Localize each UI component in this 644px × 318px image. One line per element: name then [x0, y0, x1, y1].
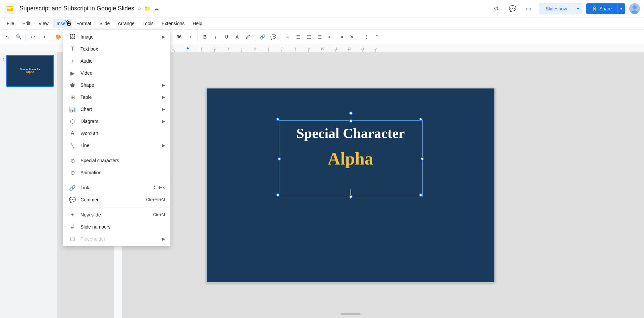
align-left-button[interactable]: ≡: [282, 32, 292, 42]
slide-thumbnail-1[interactable]: Special Character Alpha: [6, 55, 54, 87]
insert-menu-item-link[interactable]: 🔗LinkCtrl+K: [63, 182, 170, 194]
menu-bar: FileEditViewInsertFormatSlideArrangeTool…: [0, 17, 644, 29]
chat-button[interactable]: 💬: [506, 3, 519, 15]
italic-button[interactable]: I: [211, 32, 221, 42]
handle-top-left[interactable]: [276, 118, 279, 121]
toolbar-separator-8: [280, 33, 280, 41]
svg-text:4: 4: [241, 47, 243, 50]
number-list-button[interactable]: ☲: [315, 32, 325, 42]
line-label: Line: [80, 143, 162, 148]
menu-item-view[interactable]: View: [35, 19, 53, 28]
placeholder-label: Placeholder: [80, 236, 162, 242]
horizontal-scrollbar[interactable]: [340, 313, 361, 315]
insert-menu-item-image[interactable]: 🖼Image▶: [63, 31, 170, 43]
handle-bot-right[interactable]: [419, 193, 422, 197]
handle-top-right[interactable]: [419, 118, 422, 121]
paint-format-button[interactable]: 🎨: [53, 32, 63, 42]
insert-menu-item-slidenumbers[interactable]: #Slide numbers: [63, 221, 170, 233]
chart-icon: 📊: [68, 105, 76, 113]
slideshow-button[interactable]: Slideshow: [539, 3, 574, 14]
menu-item-arrange[interactable]: Arrange: [114, 19, 139, 28]
star-icon[interactable]: ☆: [137, 5, 142, 12]
insert-menu-item-diagram[interactable]: ⬡Diagram▶: [63, 115, 170, 127]
menu-item-insert[interactable]: Insert: [53, 19, 72, 28]
handle-bot-left[interactable]: [276, 193, 279, 197]
font-size-input[interactable]: [174, 34, 184, 39]
collapse-toolbar-button[interactable]: ⌃: [372, 32, 382, 42]
slide-preview-content: Special Character Alpha: [19, 67, 41, 75]
text-color-button[interactable]: A: [232, 32, 242, 42]
zoom-button[interactable]: 🔍: [13, 32, 23, 42]
comment-label: Comment: [80, 197, 146, 202]
svg-text:9: 9: [308, 47, 310, 50]
font-size-increase-button[interactable]: +: [185, 32, 196, 42]
toolbar-right: ↺ 💬 ▭ Slideshow ▾ 🔒 Share ▾: [490, 3, 640, 15]
menu-item-help[interactable]: Help: [189, 19, 206, 28]
cloud-icon[interactable]: ☁: [154, 5, 159, 12]
menu-divider-divider3: [63, 207, 170, 207]
menu-item-edit[interactable]: Edit: [18, 19, 35, 28]
menu-item-format[interactable]: Format: [72, 19, 95, 28]
clear-format-button[interactable]: ✕: [347, 32, 357, 42]
doc-title-text[interactable]: Superscript and Subscript in Google Slid…: [19, 5, 134, 12]
insert-menu-item-newslide[interactable]: +New slideCtrl+M: [63, 209, 170, 221]
insert-menu-item-textbox[interactable]: TText box: [63, 43, 170, 55]
undo-button[interactable]: ↩: [28, 32, 38, 42]
svg-text:13: 13: [361, 47, 364, 50]
insert-menu-item-comment[interactable]: 💬CommentCtrl+Alt+M: [63, 194, 170, 206]
audio-icon: ♪: [68, 57, 76, 65]
diagram-arrow-icon: ▶: [162, 119, 165, 124]
insert-comment-button[interactable]: 💬: [268, 32, 278, 42]
highlight-button[interactable]: 🖊: [243, 32, 253, 42]
animation-label: Animation: [80, 170, 165, 175]
redo-button[interactable]: ↪: [39, 32, 49, 42]
insert-menu-item-placeholder: ☐Placeholder▶: [63, 233, 170, 245]
select-tool-button[interactable]: ↖: [3, 32, 13, 42]
insert-menu-item-table[interactable]: ⊞Table▶: [63, 91, 170, 103]
more-options-button[interactable]: ⋮: [361, 32, 371, 42]
diagram-icon: ⬡: [68, 117, 76, 125]
wordart-icon: A: [68, 129, 76, 137]
indent-decrease-button[interactable]: ⇤: [325, 32, 335, 42]
bullet-list-button[interactable]: ☱: [304, 32, 314, 42]
share-dropdown-button[interactable]: ▾: [617, 3, 625, 14]
handle-rotate[interactable]: [349, 112, 353, 115]
indent-increase-button[interactable]: ⇥: [336, 32, 346, 42]
svg-text:-1: -1: [171, 47, 174, 50]
user-avatar[interactable]: [629, 3, 640, 14]
insert-menu-item-wordart[interactable]: AWord art: [63, 127, 170, 139]
share-button[interactable]: 🔒 Share: [586, 3, 617, 14]
slide-canvas[interactable]: Special Character Alpha: [206, 88, 495, 282]
app-logo[interactable]: [4, 3, 16, 15]
insert-menu-item-chart[interactable]: 📊Chart▶: [63, 103, 170, 115]
insert-menu-item-audio[interactable]: ♪Audio: [63, 55, 170, 67]
folder-icon[interactable]: 📁: [144, 5, 151, 12]
history-button[interactable]: ↺: [490, 3, 502, 15]
insert-menu-item-specialchars[interactable]: ⊙Special characters: [63, 154, 170, 167]
handle-bot-mid[interactable]: [349, 195, 353, 198]
wordart-label: Word art: [80, 131, 165, 136]
insert-menu-item-video[interactable]: ▶Video: [63, 67, 170, 79]
bold-button[interactable]: B: [200, 32, 210, 42]
presentation-mode-button[interactable]: ▭: [523, 3, 535, 15]
line-icon: ╲: [68, 141, 76, 149]
handle-top-mid[interactable]: [349, 119, 353, 123]
svg-text:7: 7: [281, 47, 283, 50]
menu-item-extensions[interactable]: Extensions: [158, 19, 189, 28]
insert-menu-item-shape[interactable]: ⬟Shape▶: [63, 79, 170, 91]
insert-menu-item-animation[interactable]: ⊙Animation: [63, 167, 170, 179]
menu-item-slide[interactable]: Slide: [95, 19, 114, 28]
insert-menu-item-line[interactable]: ╲Line▶: [63, 139, 170, 151]
align-center-button[interactable]: ☰: [293, 32, 303, 42]
menu-item-file[interactable]: File: [3, 19, 18, 28]
menu-item-tools[interactable]: Tools: [139, 19, 158, 28]
svg-text:10: 10: [321, 47, 324, 50]
underline-button[interactable]: U: [221, 32, 231, 42]
slideshow-dropdown-button[interactable]: ▾: [574, 3, 582, 14]
handle-mid-right[interactable]: [421, 157, 424, 161]
link-button[interactable]: 🔗: [257, 32, 267, 42]
comment-icon: 💬: [68, 196, 76, 204]
handle-mid-left[interactable]: [278, 157, 281, 161]
animation-icon: ⊙: [68, 169, 76, 177]
slidenumbers-icon: #: [68, 223, 76, 231]
